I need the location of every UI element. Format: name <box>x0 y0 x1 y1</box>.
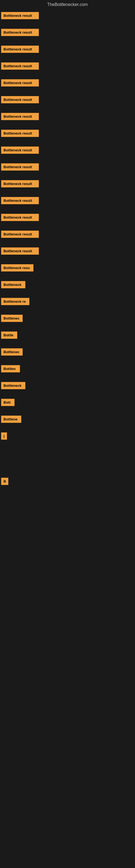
list-item: Bottleneck result <box>1 147 135 154</box>
list-item: Bottleneck result <box>1 62 135 70</box>
bottleneck-result-label[interactable]: Bottleneck result <box>1 130 39 137</box>
bottleneck-result-label[interactable]: Bottleneck result <box>1 79 39 87</box>
list-item: Bottleneck result <box>1 45 135 53</box>
bottleneck-result-label[interactable]: Bottlene <box>1 415 21 423</box>
list-item: Bottleneck result <box>1 214 135 221</box>
list-item: Bottleneck result <box>1 130 135 137</box>
list-item: Bottleneck result <box>1 197 135 204</box>
list-item: B <box>1 478 135 485</box>
bottleneck-result-label[interactable]: | <box>1 432 7 440</box>
bottleneck-result-label[interactable]: Bottlenec <box>1 315 23 322</box>
bottleneck-result-label[interactable]: Bottle <box>1 332 17 339</box>
bottleneck-result-label[interactable]: Bottleneck result <box>1 197 39 204</box>
bottleneck-result-label[interactable]: Bottleneck <box>1 382 26 389</box>
bottleneck-result-label[interactable]: Bottlenec <box>1 348 23 355</box>
bottleneck-result-label[interactable]: Bottleneck result <box>1 12 39 19</box>
bottleneck-result-label[interactable]: Bottlen <box>1 365 20 372</box>
bottleneck-result-label[interactable]: Bott <box>1 399 14 406</box>
list-item: Bottleneck result <box>1 180 135 187</box>
list-item: Bottleneck result <box>1 29 135 36</box>
site-title: TheBottlenecker.com <box>0 0 135 9</box>
list-item: Bottle <box>1 332 135 339</box>
list-item: Bottleneck result <box>1 230 135 238</box>
bottleneck-result-label[interactable]: Bottleneck result <box>1 45 39 53</box>
list-item: Bott <box>1 399 135 406</box>
list-item: Bottleneck result <box>1 79 135 87</box>
bottleneck-result-label[interactable]: Bottleneck result <box>1 113 39 120</box>
list-item: Bottlenec <box>1 315 135 322</box>
bottleneck-result-label[interactable]: Bottleneck <box>1 281 26 288</box>
bottleneck-result-label[interactable]: Bottleneck resu <box>1 264 34 272</box>
bottleneck-result-label[interactable]: Bottleneck result <box>1 180 39 187</box>
bottleneck-result-label[interactable]: Bottleneck re <box>1 298 30 305</box>
bottleneck-result-label[interactable]: Bottleneck result <box>1 147 39 154</box>
list-item: Bottleneck result <box>1 12 135 19</box>
list-item: Bottleneck result <box>1 113 135 120</box>
bottleneck-result-label[interactable]: B <box>1 478 8 485</box>
list-item: Bottleneck re <box>1 298 135 305</box>
list-item: Bottlene <box>1 415 135 423</box>
bottleneck-result-label[interactable]: Bottleneck result <box>1 62 39 70</box>
list-item: Bottleneck <box>1 281 135 288</box>
site-header: TheBottlenecker.com <box>0 0 135 9</box>
bottleneck-result-label[interactable]: Bottleneck result <box>1 96 39 103</box>
bottleneck-result-label[interactable]: Bottleneck result <box>1 163 39 170</box>
bottleneck-result-label[interactable]: Bottleneck result <box>1 214 39 221</box>
list-item: Bottleneck <box>1 382 135 389</box>
list-item: Bottleneck resu <box>1 264 135 272</box>
bottleneck-result-label[interactable]: Bottleneck result <box>1 230 39 238</box>
list-item: | <box>1 432 135 440</box>
list-item: Bottleneck result <box>1 247 135 255</box>
list-item: Bottleneck result <box>1 96 135 103</box>
bottleneck-result-label[interactable]: Bottleneck result <box>1 247 39 255</box>
bottleneck-result-label[interactable]: Bottleneck result <box>1 29 39 36</box>
items-container: Bottleneck resultBottleneck resultBottle… <box>0 9 135 542</box>
list-item: Bottleneck result <box>1 163 135 170</box>
list-item: Bottlen <box>1 365 135 372</box>
list-item: Bottlenec <box>1 348 135 355</box>
